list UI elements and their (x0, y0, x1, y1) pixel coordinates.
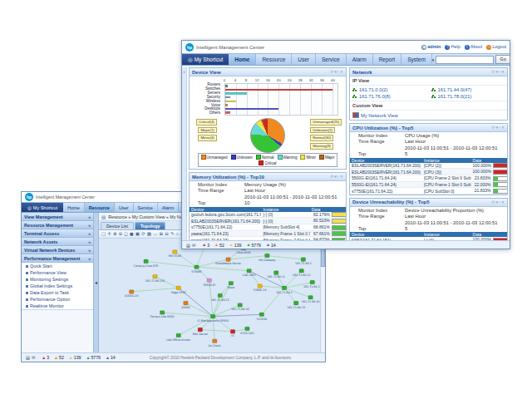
sidebar-item-performance-view[interactable]: Performance View (22, 269, 93, 276)
table-row[interactable]: 5500G-EI(161.71.64.24)[CPU Frame 1 Slot … (350, 181, 507, 188)
pin-icon[interactable]: ▫ (499, 200, 500, 204)
alarm-count-warning[interactable]: ▲5779 (246, 243, 261, 248)
layout-icon[interactable]: ▦ (147, 232, 151, 237)
alarm-count-info[interactable]: ▲14 (266, 243, 276, 248)
imc-dashboard-window[interactable]: hp Intelligent Management Center ▣admin … (181, 40, 510, 249)
tab-topology[interactable]: Topology (135, 222, 165, 229)
help-link[interactable]: ?Help (445, 44, 460, 50)
select-icon[interactable]: ▢ (101, 232, 106, 237)
sidebar-section-performance-management[interactable]: Performance Management» (22, 254, 93, 263)
alarm-count-major[interactable]: ▲52 (214, 243, 224, 248)
sidebar-section-view-management[interactable]: View Management» (22, 213, 93, 221)
collapse-icon[interactable]: ▾ (335, 175, 337, 179)
menu-item-alarm[interactable]: Alarm (347, 54, 373, 65)
go-button[interactable]: Go (495, 55, 510, 64)
back-my-shortcut[interactable]: ◎ My Shortcut (22, 203, 63, 212)
refresh-icon[interactable]: ⟳ (330, 70, 333, 74)
fit-view-icon[interactable]: ◻ (124, 232, 128, 237)
sidebar-section-terminal-access[interactable]: Terminal Access» (22, 229, 93, 238)
table-row[interactable]: 5500G-EI(161.71.64.24)[CPU Frame 2 Slot … (350, 175, 507, 181)
topology-node[interactable]: 161.71.64.11 (267, 271, 285, 279)
alarm-count-minor[interactable]: ▲139 (69, 355, 81, 360)
menu-item-user[interactable]: User (292, 54, 316, 65)
alarm-count-minor[interactable]: ▲139 (229, 243, 242, 248)
table-row[interactable]: gooluh.fedora.gov.3com.com(161.71.64.94)… (190, 212, 346, 218)
user-menu[interactable]: ▣admin (421, 44, 441, 50)
topology-node[interactable]: S12508 (257, 313, 267, 321)
link-mode-icon[interactable]: ↔ (153, 232, 158, 237)
alarm-count-major[interactable]: ▲52 (54, 355, 64, 360)
topology-node[interactable]: Campus-Core-S7E (134, 259, 158, 268)
topology-node[interactable]: 161.71.64.23 (211, 293, 229, 302)
table-row[interactable]: ESLAB2003SERVER(161.71.64.200)[CPU (2)]1… (350, 163, 507, 169)
menu-item-resource[interactable]: Resource (256, 54, 292, 65)
table-row[interactable]: ESLAB2003SERVER(161.71.64.200)[-] (0)80.… (190, 218, 346, 224)
menu-item-report[interactable]: Report (373, 54, 402, 65)
topology-node[interactable]: A5800 (181, 301, 190, 309)
pin-icon[interactable]: ▫ (499, 126, 500, 130)
zoom-out-icon[interactable]: ⊖ (119, 232, 123, 237)
vertical-scrollbar[interactable] (320, 239, 325, 352)
sidebar-section-resource-management[interactable]: Resource Management» (22, 221, 93, 229)
add-node-icon[interactable]: ⊞ (160, 232, 164, 237)
collapse-icon[interactable]: ▾ (496, 200, 499, 204)
topology-node[interactable]: LAB-2403 (243, 269, 256, 278)
collapse-icon[interactable]: ▾ (335, 70, 337, 74)
table-row[interactable]: s7750E(161.71.64.22)[CPU SubSlot 0]21.83… (350, 188, 507, 195)
about-link[interactable]: iAbout (465, 44, 482, 50)
logout-link[interactable]: ↪Logout (486, 44, 506, 50)
close-icon[interactable]: ✕ (501, 126, 505, 130)
table-row[interactable]: s7750E(161.71.64.22)[Memory SubSlot 4]68… (190, 224, 346, 230)
view-icon[interactable]: ▤ (26, 355, 30, 360)
topology-node[interactable]: Edge-5500 (171, 286, 186, 294)
pan-icon[interactable]: ✛ (107, 232, 111, 237)
menu-item-system[interactable]: System (401, 54, 432, 65)
close-icon[interactable]: ✕ (501, 200, 505, 204)
topology-node[interactable]: Fanqun-Lab-5500 (150, 311, 174, 319)
sidebar-section-network-assets[interactable]: Network Assets» (22, 238, 93, 246)
topology-node[interactable]: MIS-5100 (169, 250, 181, 259)
topology-node[interactable]: 161.71.64.1 (276, 286, 293, 294)
refresh-icon[interactable]: ⟳ (491, 126, 495, 130)
save-icon[interactable]: ◼ (130, 232, 134, 237)
home-icon[interactable]: ⌂ (176, 232, 179, 237)
mail-icon[interactable]: ✉ (32, 355, 35, 360)
collapse-icon[interactable]: ▾ (496, 70, 499, 74)
table-row[interactable]: paata(161.71.64.23)[Memory Frame 1 Slot … (190, 230, 346, 237)
subnet-link[interactable]: 161.71.44.0(47) (429, 86, 508, 93)
topology-node[interactable]: 161.71.64.13 (303, 280, 322, 288)
mail-icon[interactable]: ✉ (192, 243, 195, 248)
topology-node[interactable]: Tower (226, 281, 235, 289)
topology-node[interactable]: 4200G-24 (125, 290, 138, 298)
front-my-shortcut[interactable]: ◎ My Shortcut (182, 54, 229, 65)
alarm-count-warning[interactable]: ▲5779 (86, 355, 101, 360)
alarm-count-critical[interactable]: ▲3 (202, 243, 209, 248)
topology-node[interactable]: 161.71.64.14 (302, 296, 320, 304)
topology-node[interactable]: Lab-Office-Access (166, 333, 190, 342)
pin-icon[interactable]: ▫ (499, 70, 500, 74)
topology-node[interactable]: 161.71.64.151 (145, 274, 165, 283)
sidebar-item-realtime-monitor[interactable]: Realtime Monitor (22, 303, 93, 309)
sidebar-section-virtual-network-devices[interactable]: Virtual Network Devices» (22, 246, 93, 254)
topology-node[interactable]: ShareMedia-Server (215, 258, 242, 266)
menu-item-user[interactable]: User (115, 203, 134, 212)
topology-node[interactable]: 4710-24G (240, 327, 254, 335)
close-icon[interactable]: ✕ (340, 70, 343, 74)
subnet-link[interactable]: 161.71.76.0(8) (350, 93, 429, 100)
topology-node[interactable]: S5500-EI (203, 278, 215, 287)
topology-node[interactable]: t3 (230, 330, 234, 338)
alarm-count-critical[interactable]: ▲3 (42, 355, 49, 360)
menu-item-service[interactable]: Service (134, 203, 158, 212)
my-network-view-link[interactable]: My Network View (350, 111, 507, 120)
refresh-icon[interactable]: ⟳ (491, 200, 495, 204)
subnet-link[interactable]: 161.71.0.0(2) (350, 86, 429, 93)
search-input[interactable] (436, 56, 494, 64)
left-collapse-strip[interactable]: ‹ (182, 67, 187, 240)
alarm-count-info[interactable]: ▲14 (106, 355, 116, 360)
menu-item-home[interactable]: Home (63, 203, 85, 212)
tab-device-list[interactable]: Device List (101, 222, 134, 229)
sidebar-item-monitoring-settings[interactable]: Monitoring Settings (22, 276, 93, 283)
view-icon[interactable]: ▤ (186, 243, 190, 248)
subnet-link[interactable]: 161.71.78.0(21) (429, 93, 508, 100)
topology-canvas[interactable]: Conf-SwitchCore-5500MIS-5100ShareMedia-S… (99, 239, 325, 352)
